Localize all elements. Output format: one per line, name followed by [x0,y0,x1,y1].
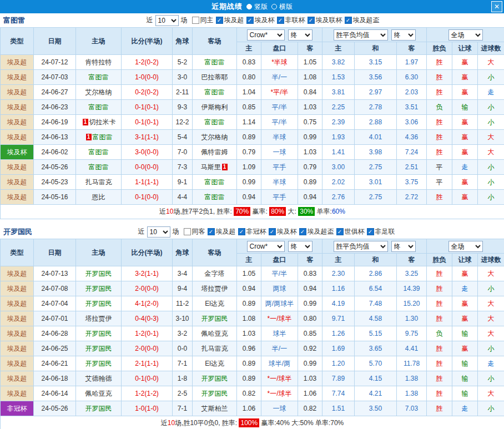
title-bar: 近期战绩 竖版 横版 ✕ [0,0,504,13]
team-name-text: 伊斯梅利 [201,103,228,111]
col-away: 客场 [193,28,237,55]
type-cell: 埃及超 [1,296,34,311]
match-row: 埃及超24-06-191切拉米卡0-1(0-1)12-2富图雷1.14平/半0.… [1,115,504,130]
goals-result-cell: 小 [478,115,504,130]
checkbox-icon[interactable] [269,228,276,235]
europe-odds-select[interactable]: 胜平负均值 [334,29,388,41]
checkbox-icon[interactable] [336,228,344,235]
team-name-text: 塔拉贾伊 [201,285,228,292]
europe-odds-select[interactable]: 胜平负均值 [334,241,388,252]
asian-odds-time-select[interactable]: 终 [288,29,313,41]
filter-checkbox[interactable]: 同主 [192,16,214,25]
handicap-result-cell: 赢 [452,341,478,356]
summary-part: 30% [298,207,315,216]
checkbox-icon[interactable] [367,228,374,235]
home-team-cell: 富图雷 [76,145,122,160]
checkbox-icon[interactable] [308,17,315,24]
score-cell: 3-1(1-1) [122,130,173,145]
bookmaker-select[interactable]: Crow* [247,241,285,252]
col-goals: 进球数 [478,254,504,266]
filter-checkbox[interactable]: 世俱杯 [336,227,365,236]
checkbox-icon[interactable] [345,17,352,24]
europe-odds-time-select[interactable]: 终 [391,29,416,41]
match-count-select[interactable]: 10 [155,15,179,26]
eu-draw-odds-cell: 3.56 [355,70,397,85]
radio-selected-icon[interactable] [246,4,252,9]
ah-home-odds-cell: 1.06 [237,401,261,416]
checkbox-icon[interactable] [192,17,199,24]
handicap-result-cell: 赢 [452,266,478,281]
date-cell: 24-07-08 [34,281,76,296]
filter-checkbox[interactable]: 埃及超盃 [345,16,380,25]
eu-away-odds-cell: 4.41 [397,341,427,356]
match-row: 埃及超24-05-26富图雷0-0(0-0)7-3马斯里11.09平手0.793… [1,160,504,175]
checkbox-icon[interactable] [238,228,245,235]
europe-odds-time-select[interactable]: 终 [391,241,416,252]
type-cell: 埃及超 [1,266,34,281]
home-team-cell: 富图雷 [76,70,122,85]
result-cell: 胜 [427,145,452,160]
eu-home-odds-cell: 7.89 [322,371,355,386]
ah-away-odds-cell: 1.03 [298,100,322,115]
match-row: 埃及超24-06-23富图雷0-1(0-1)9-3伊斯梅利0.85平/半1.03… [1,100,504,115]
ah-home-odds-cell: 0.80 [237,70,261,85]
close-button[interactable]: ✕ [491,1,502,12]
eu-away-odds-cell: 6.30 [397,70,427,85]
filter-checkbox[interactable]: 埃及超盃 [299,227,334,236]
away-team-cell: El达克 [193,296,237,311]
match-count-select[interactable]: 10 [147,226,170,238]
eu-home-odds-cell: 3.82 [322,55,355,70]
date-cell: 24-06-27 [34,85,76,100]
scope-select[interactable]: 全场 [448,29,483,41]
type-cell: 埃及超 [1,70,34,85]
team-name: 开罗国民 [3,227,32,237]
handicap-cell: 半球 [261,175,298,190]
handicap-result-cell: 走 [452,281,478,296]
goals-result-cell: 小 [478,341,504,356]
filter-checkbox[interactable]: 同客 [184,227,205,236]
team-name: 富图雷 [3,16,25,26]
handicap-cell: 一球 [261,145,298,160]
checkbox-icon[interactable] [299,228,306,235]
checkbox-icon[interactable] [246,17,254,24]
checkbox-label: 非足联 [375,227,395,236]
date-cell: 24-06-13 [34,130,76,145]
filter-checkbox[interactable]: 埃及联杯 [308,16,342,25]
checkbox-icon[interactable] [184,228,191,235]
eu-home-odds-cell: 4.19 [322,296,355,311]
team-name-text: 开罗国民 [201,390,228,397]
handicap-cell: 平手 [261,190,298,205]
filter-checkbox[interactable]: 埃及超 [208,227,236,236]
checkbox-icon[interactable] [216,17,223,24]
layout-radio-vertical[interactable]: 竖版 [246,2,268,12]
layout-radio-horizontal[interactable]: 横版 [271,2,293,12]
date-cell: 24-07-13 [34,266,76,281]
date-cell: 24-06-02 [34,145,76,160]
filter-checkbox[interactable]: 非联杯 [277,16,305,25]
asian-odds-time-select[interactable]: 终 [288,241,313,252]
col-eu-away: 客 [397,254,427,266]
checkbox-icon[interactable] [208,228,215,235]
bookmaker-select[interactable]: Crow* [247,29,285,41]
score-cell: 0-0(0-0) [122,160,173,175]
date-cell: 24-07-03 [34,70,76,85]
type-cell: 埃及超 [1,281,34,296]
result-cell: 负 [427,100,452,115]
filter-checkbox[interactable]: 非冠杯 [238,227,266,236]
asian-odds-header: Crow* 终 [237,28,322,42]
filter-checkbox[interactable]: 埃及杯 [269,227,297,236]
scope-select[interactable]: 全场 [448,241,483,252]
eu-away-odds-cell: 9.75 [397,326,427,341]
ah-home-odds-cell: 0.96 [237,341,261,356]
filter-checkbox[interactable]: 非足联 [367,227,395,236]
result-cell: 胜 [427,311,452,326]
checkbox-icon[interactable] [277,17,284,24]
radio-unselected-icon[interactable] [271,4,277,9]
away-team-cell: 扎马雷克 [193,341,237,356]
filter-checkbox[interactable]: 埃及超 [216,16,244,25]
summary-part: 10 [166,208,173,215]
filter-checkbox[interactable]: 埃及杯 [246,16,275,25]
result-cell: 胜 [427,386,452,401]
match-row: 埃及超24-07-01塔拉贾伊0-4(0-3)3-10开罗国民1.08*一/球半… [1,311,504,326]
team-name-text: 开罗国民 [85,360,112,367]
